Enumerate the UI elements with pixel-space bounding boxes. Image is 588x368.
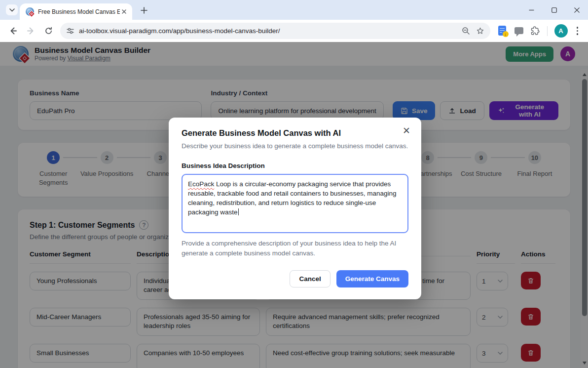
minimize-button[interactable] [520,0,543,20]
close-icon [122,9,126,14]
reload-button[interactable] [41,24,56,39]
browser-tab-strip: Free Business Model Canvas Edi [0,0,588,20]
bookmark-star-button[interactable] [476,27,484,35]
new-tab-button[interactable] [139,5,148,15]
tab-search-button[interactable] [6,4,18,15]
url-bar[interactable]: ai-toolbox.visual-paradigm.com/app/busin… [60,23,490,39]
app-viewport: Business Model Canvas Builder Powered by… [0,42,588,368]
misspelled-word: EcoPack [188,180,214,188]
chevron-down-icon [9,8,15,12]
maximize-button[interactable] [543,0,565,20]
zoom-out-icon[interactable] [462,27,470,35]
comment-bubble-button[interactable] [514,27,523,34]
modal-title: Generate Business Model Canvas with AI [182,128,408,138]
extensions-button[interactable] [530,26,540,36]
tab-close-button[interactable] [120,7,128,16]
tab-title: Free Business Model Canvas Edi [38,8,120,15]
browser-tab[interactable]: Free Business Model Canvas Edi [20,3,132,20]
modal-close-button[interactable]: ✕ [400,123,413,138]
site-settings-icon[interactable] [66,27,74,35]
generate-canvas-button[interactable]: Generate Canvas [336,270,408,287]
cancel-button[interactable]: Cancel [290,270,330,287]
browser-toolbar: ai-toolbox.visual-paradigm.com/app/busin… [0,20,588,42]
modal-subtitle: Describe your business idea to generate … [182,142,408,150]
docs-offline-icon[interactable]: ↓ [498,26,508,37]
url-text[interactable]: ai-toolbox.visual-paradigm.com/app/busin… [79,27,456,35]
toolbar-icons: ↓ A [494,24,585,38]
toolbar-divider [547,26,548,36]
browser-profile-avatar[interactable]: A [554,24,568,38]
close-window-button[interactable] [565,0,588,20]
window-controls [520,0,588,20]
business-idea-textarea[interactable]: EcoPack Loop is a circular-economy packa… [182,174,408,233]
forward-button[interactable] [23,24,38,39]
plus-icon [141,7,147,14]
back-button[interactable] [5,24,20,39]
browser-menu-button[interactable] [575,25,581,37]
field-hint: Provide a comprehensive description of y… [182,239,411,258]
tab-favicon [26,7,34,16]
text-caret [238,208,239,215]
idea-text: Loop is a circular-economy packaging ser… [188,180,397,216]
business-idea-label: Business Idea Description [182,162,408,169]
generate-ai-modal: Generate Business Model Canvas with AI ✕… [169,118,421,299]
